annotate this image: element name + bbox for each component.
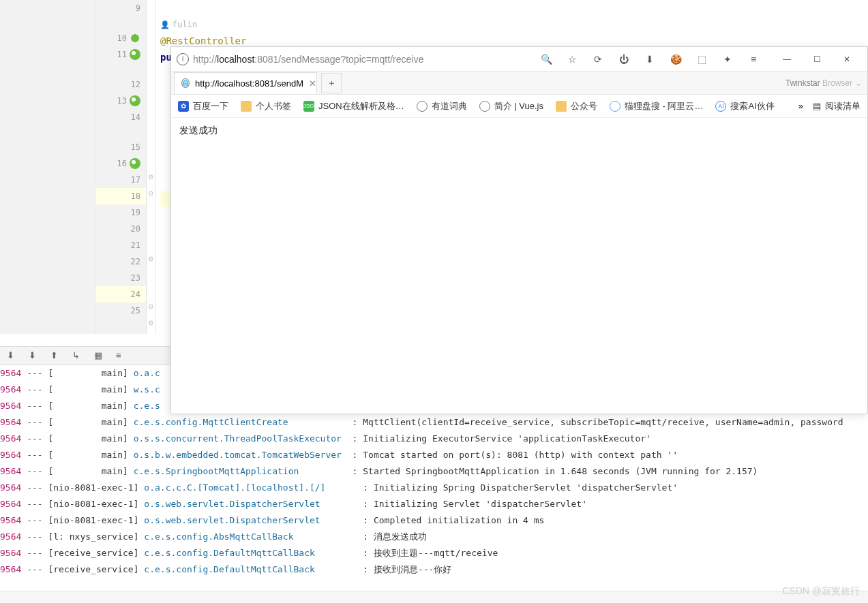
download-icon[interactable]: ⬇ [7,350,18,361]
bookmark-item[interactable]: 有道词典 [417,100,467,112]
zoom-icon[interactable]: 🔍 [540,53,552,65]
reading-list-button[interactable]: ▤ 阅读清单 [813,100,860,112]
reload-icon[interactable]: ⟳ [592,53,604,65]
crop-icon[interactable]: ⬚ [695,53,708,65]
tab-close-icon[interactable]: ✕ [309,78,316,89]
bookmark-item[interactable]: JSONJSON在线解析及格… [303,100,404,112]
gutter-row[interactable]: 12 [95,76,146,93]
log-line: 9564 --- [receive_service] c.e.s.config.… [0,561,868,578]
bookmark-label: 简介 | Vue.js [494,100,543,112]
spring-bean-icon[interactable] [130,158,140,169]
bookmark-item[interactable]: ✿百度一下 [178,100,228,112]
upload-icon[interactable]: ⬆ [50,350,61,361]
log-line: 9564 --- [nio-8081-exec-1] o.s.web.servl… [0,512,868,529]
bookmark-label: 猫狸盘搜 - 阿里云… [625,100,704,112]
gutter-row[interactable]: 10 [95,30,146,46]
bookmark-label: 个人书签 [256,100,291,112]
gutter-row[interactable]: 18 [95,188,146,204]
ai-icon: AI [715,101,726,112]
bookmark-item[interactable]: AI搜索AI伙伴 [715,100,774,112]
fold-marker-icon[interactable]: ⊖ [148,189,153,197]
console-toolbar: ⬇ ⬇ ⬆ ↳ ▦ ≡ [0,346,170,365]
person-icon: 👤 [160,20,170,29]
bookmarks-bar: ✿百度一下个人书签JSONJSON在线解析及格…有道词典简介 | Vue.js公… [171,95,867,118]
bookmark-item[interactable]: 猫狸盘搜 - 阿里云… [610,100,704,112]
gutter-row[interactable]: 11 [95,46,146,63]
cat-icon [610,101,620,112]
response-text: 发送成功 [179,125,218,136]
bookmark-item[interactable]: 个人书签 [241,100,291,112]
gutter-row[interactable]: 22 [95,253,146,270]
gutter-row[interactable]: 20 [95,221,146,237]
bookmark-item[interactable]: 简介 | Vue.js [479,100,543,112]
fold-marker-icon[interactable]: ⊖ [148,255,153,262]
extensions-icon[interactable]: ✦ [721,53,734,65]
editor-gutter: 9 10 11 12 13 14 15 16 17 18 19 20 21 22… [95,0,147,334]
maximize-button[interactable]: ☐ [802,49,832,69]
site-info-icon[interactable]: i [177,53,189,65]
gutter-row[interactable]: 9 [95,0,146,16]
url-path: :8081/sendMessage?topic=mqtt/receive [254,54,423,65]
bookmark-label: 有道词典 [432,100,467,112]
gutter-row[interactable]: 21 [95,237,146,253]
tab-title: http://localhost:8081/sendM [195,78,303,89]
power-icon[interactable]: ⏻ [618,53,630,65]
download-icon[interactable]: ⬇ [644,53,656,65]
gutter-row[interactable]: 15 [95,139,146,155]
url-host: localhost [217,54,254,65]
gutter-row[interactable]: 14 [95,109,146,125]
json-icon: JSON [303,101,314,112]
table-icon[interactable]: ▦ [94,350,105,361]
address-bar: i http://localhost:8081/sendMessage?topi… [171,47,867,72]
window-buttons: ― ☐ ✕ [772,49,862,69]
menu-icon[interactable]: ≡ [747,53,760,65]
bookmark-star-icon[interactable]: ☆ [566,53,578,65]
toolbar-icons: 🔍 ☆ ⟳ ⏻ ⬇ 🍪 ⬚ ✦ ≡ [540,53,764,65]
gutter-row[interactable]: 16 [95,155,146,172]
bookmark-label: 百度一下 [193,100,228,112]
fold-marker-icon[interactable]: ⊖ [148,319,153,326]
browser-tab[interactable]: 🌐 http://localhost:8081/sendM ✕ [174,72,317,94]
globe-icon [479,101,490,112]
author-hint: fulin [173,20,197,29]
log-line: 9564 --- [ main] o.s.s.concurrent.Thread… [0,431,868,447]
reading-list-label: 阅读清单 [825,100,860,112]
bookmark-label: 搜索AI伙伴 [730,100,774,112]
globe-icon: 🌐 [181,78,190,88]
spring-bean-icon[interactable] [130,49,140,60]
gutter-row[interactable]: 23 [95,270,146,286]
new-tab-button[interactable]: ＋ [321,73,342,93]
softwrap-icon[interactable]: ↳ [72,350,83,361]
fold-marker-icon[interactable]: ⊖ [148,173,153,181]
bookmark-label: 公众号 [571,100,597,112]
cookie-icon[interactable]: 🍪 [670,53,682,65]
fold-strip: ⊖ ⊖ ⊖ ⊖ ⊖ [147,0,156,334]
status-bar [0,591,868,603]
bookmark-item[interactable]: 公众号 [556,100,597,112]
list-icon[interactable]: ≡ [116,350,127,361]
list-icon: ▤ [813,101,821,111]
gutter-row[interactable]: 19 [95,204,146,221]
overflow-icon[interactable]: » [798,101,803,111]
run-marker-icon[interactable] [130,33,140,44]
gutter-row[interactable]: 25 [95,303,146,319]
gutter-row[interactable]: 13 [95,93,146,109]
url-scheme: http:// [193,54,217,65]
log-line: 9564 --- [ main] c.e.s.SpringbootMqttApp… [0,463,868,480]
chevron-down-icon[interactable]: ⌄ [855,78,862,88]
gutter-row[interactable]: 17 [95,172,146,188]
spring-bean-icon[interactable] [130,95,140,106]
fold-marker-icon[interactable]: ⊖ [148,303,153,310]
close-button[interactable]: ✕ [832,49,862,69]
globe-icon [417,101,428,112]
browser-brand: Twinkstar Browser⌄ [785,78,862,88]
log-line: 9564 --- [nio-8081-exec-1] o.a.c.c.C.[To… [0,480,868,496]
url-display[interactable]: http://localhost:8081/sendMessage?topic=… [193,54,536,65]
download-icon[interactable]: ⬇ [29,350,40,361]
bookmark-label: JSON在线解析及格… [318,100,404,112]
project-strip [0,0,95,334]
gutter-row[interactable]: 24 [95,286,146,303]
log-line: 9564 --- [ main] c.e.s.config.MqttClient… [0,414,868,431]
folder-icon [241,101,252,112]
minimize-button[interactable]: ― [772,49,802,69]
